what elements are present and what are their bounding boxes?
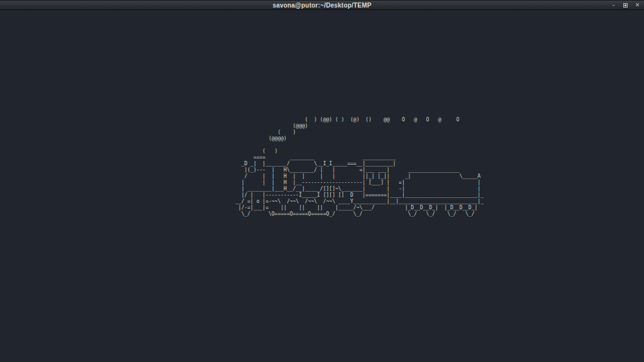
- terminal-window: savona@putor:~/Desktop/TEMP – ✕ ( ) (@@)…: [0, 0, 644, 362]
- minimize-icon[interactable]: –: [610, 1, 617, 9]
- ascii-train-art: ( ) (@@) ( ) (@) () @@ O @ O @ O (@@@) (…: [235, 117, 484, 217]
- window-title: savona@putor:~/Desktop/TEMP: [272, 2, 371, 9]
- maximize-square-glyph: [623, 3, 628, 8]
- titlebar[interactable]: savona@putor:~/Desktop/TEMP – ✕: [0, 0, 644, 10]
- window-controls: – ✕: [610, 1, 641, 9]
- maximize-icon[interactable]: [622, 1, 629, 9]
- terminal-screen[interactable]: ( ) (@@) ( ) (@) () @@ O @ O @ O (@@@) (…: [0, 10, 644, 362]
- close-icon[interactable]: ✕: [634, 1, 641, 9]
